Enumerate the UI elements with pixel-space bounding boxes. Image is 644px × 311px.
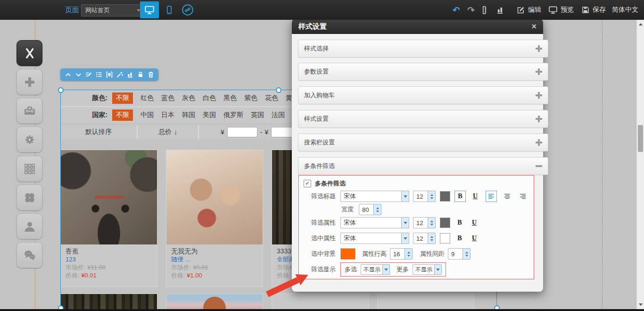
- price-min-input[interactable]: [227, 127, 257, 137]
- more-dropdown[interactable]: 不显示: [413, 264, 442, 275]
- chevron-down-icon[interactable]: [382, 264, 390, 275]
- sidebar-item-design[interactable]: [17, 40, 42, 66]
- preview-button[interactable]: 预览: [548, 0, 574, 20]
- chevron-down-icon[interactable]: [401, 191, 409, 202]
- font-color-swatch[interactable]: [440, 233, 450, 244]
- product-card-placeholder[interactable]: [377, 294, 474, 311]
- filter-option[interactable]: 俄罗斯: [223, 111, 243, 119]
- underline-button[interactable]: U: [470, 191, 480, 202]
- stepper-arrows[interactable]: [462, 248, 471, 260]
- edit-button[interactable]: 编辑: [516, 0, 541, 20]
- filter-option-selected[interactable]: 不限: [112, 92, 133, 104]
- language-switch[interactable]: 简体中文: [612, 0, 638, 20]
- filter-option[interactable]: 美国: [203, 111, 216, 119]
- product-card[interactable]: [60, 294, 157, 311]
- underline-button[interactable]: U: [469, 233, 479, 244]
- product-card[interactable]: 香蕉 123 市场价: ¥11.00 价格: ¥0.01: [60, 150, 157, 287]
- bold-button[interactable]: B: [454, 218, 465, 228]
- align-right-button[interactable]: [518, 191, 528, 202]
- scroll-up-button[interactable]: [637, 20, 644, 27]
- lock-button[interactable]: [136, 70, 145, 79]
- save-button[interactable]: 保存: [581, 0, 606, 20]
- sidebar-item-members[interactable]: [17, 213, 42, 239]
- font-size-stepper[interactable]: 12: [413, 191, 436, 202]
- section-search-bar[interactable]: 搜索栏设置: [298, 134, 548, 151]
- stepper-arrows[interactable]: [428, 217, 436, 228]
- edit-content-button[interactable]: [84, 70, 93, 79]
- font-color-swatch[interactable]: [440, 191, 450, 202]
- page-scrollbar[interactable]: [636, 20, 644, 309]
- filter-option[interactable]: 白色: [203, 94, 216, 102]
- filter-option[interactable]: 灰色: [182, 94, 195, 102]
- stats-button[interactable]: [494, 0, 506, 20]
- multi-filter-checkbox[interactable]: ✓: [304, 180, 311, 187]
- spacing-stepper[interactable]: 9: [448, 248, 471, 260]
- scroll-down-button[interactable]: [637, 302, 644, 309]
- font-size-stepper[interactable]: 12: [413, 233, 436, 244]
- filter-option[interactable]: 紫色: [244, 94, 257, 102]
- ruler-button[interactable]: [479, 0, 491, 20]
- filter-option[interactable]: 黑色: [223, 94, 237, 102]
- bold-button[interactable]: B: [454, 233, 465, 244]
- font-family-select[interactable]: 宋体: [340, 217, 409, 228]
- chevron-down-icon[interactable]: [401, 233, 409, 244]
- filter-option[interactable]: 中国: [140, 111, 154, 119]
- font-color-swatch[interactable]: [440, 218, 450, 228]
- sort-total-price[interactable]: 总价 ↓: [138, 125, 198, 139]
- params-button[interactable]: [105, 70, 114, 79]
- page-select[interactable]: 网站首页: [81, 4, 144, 17]
- underline-button[interactable]: U: [469, 218, 479, 228]
- section-params[interactable]: 参数设置: [298, 63, 548, 81]
- filter-option[interactable]: 蓝色: [161, 94, 174, 102]
- product-card-placeholder[interactable]: [272, 294, 369, 311]
- chart-button[interactable]: [126, 70, 134, 79]
- filter-option[interactable]: 韩国: [182, 111, 195, 119]
- font-family-select[interactable]: 宋体: [340, 233, 409, 244]
- resize-handle-top-middle[interactable]: [276, 87, 281, 93]
- move-down-button[interactable]: [74, 70, 83, 79]
- close-icon[interactable]: ×: [531, 22, 537, 31]
- multi-select-dropdown[interactable]: 不显示: [361, 264, 390, 275]
- style-wand-button[interactable]: [116, 70, 124, 79]
- sidebar-item-apps[interactable]: [17, 185, 42, 210]
- width-stepper[interactable]: 80: [359, 204, 381, 215]
- sort-default[interactable]: 默认排序: [60, 125, 137, 139]
- sidebar-item-add[interactable]: [17, 69, 42, 95]
- stepper-arrows[interactable]: [428, 191, 436, 202]
- section-multi-filter[interactable]: 多条件筛选: [298, 157, 548, 175]
- sidebar-item-chat[interactable]: [17, 242, 42, 268]
- undo-button[interactable]: [450, 0, 462, 20]
- align-center-button[interactable]: [502, 191, 512, 202]
- stepper-arrows[interactable]: [428, 233, 436, 244]
- mobile-view-button[interactable]: [162, 1, 177, 18]
- section-style-select[interactable]: 样式选择: [298, 40, 548, 58]
- chevron-down-icon[interactable]: [401, 217, 409, 228]
- stepper-arrows[interactable]: [405, 248, 413, 260]
- selected-bg-color-swatch[interactable]: [340, 248, 355, 260]
- chevron-down-icon[interactable]: [434, 264, 442, 275]
- redo-button[interactable]: [465, 0, 477, 20]
- filter-option[interactable]: 花色: [265, 94, 278, 102]
- share-link-button[interactable]: [179, 1, 196, 18]
- filter-option[interactable]: 红色: [140, 94, 154, 102]
- list-settings-button[interactable]: [95, 70, 103, 79]
- bold-button[interactable]: B: [454, 191, 466, 202]
- resize-handle-top-left[interactable]: [58, 87, 64, 93]
- delete-button[interactable]: [147, 70, 155, 79]
- font-family-select[interactable]: 宋体: [340, 191, 409, 202]
- sidebar-item-toolbox[interactable]: [17, 98, 42, 124]
- product-card[interactable]: [166, 294, 263, 311]
- font-size-stepper[interactable]: 12: [413, 217, 436, 228]
- filter-option[interactable]: 英国: [251, 111, 264, 119]
- sidebar-item-modules[interactable]: [17, 156, 42, 182]
- stepper-arrows[interactable]: [373, 204, 381, 215]
- row-height-stepper[interactable]: 16: [390, 248, 413, 260]
- product-card[interactable]: 无我无为 随便 ... 市场价: ¥0.01 价格: ¥1.00: [166, 150, 263, 287]
- product-link[interactable]: 随便 ...: [171, 255, 258, 263]
- product-link[interactable]: 123: [66, 255, 152, 263]
- scrollbar-thumb[interactable]: [638, 125, 643, 152]
- section-style-settings[interactable]: 样式设置: [298, 110, 548, 128]
- filter-option-selected[interactable]: 不限: [112, 109, 133, 121]
- move-up-button[interactable]: [64, 70, 72, 79]
- desktop-view-button[interactable]: [140, 1, 159, 18]
